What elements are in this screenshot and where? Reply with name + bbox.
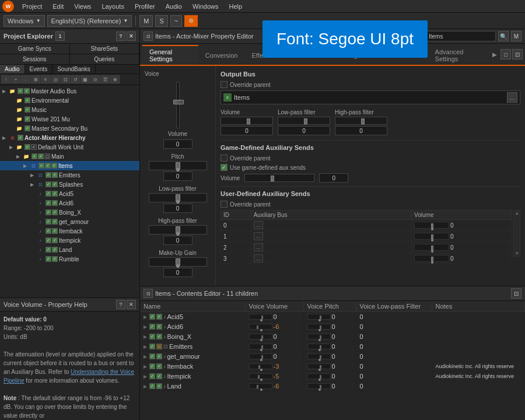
tab-more[interactable]: ▶ <box>489 49 501 60</box>
tree-btn-5[interactable]: ≡ <box>41 75 50 83</box>
output-volume-thumb[interactable] <box>247 118 250 124</box>
row-arrow[interactable]: ▶ <box>144 324 148 330</box>
tab-events[interactable]: Events <box>25 65 53 74</box>
mini-pitch-slider[interactable] <box>307 324 331 330</box>
aux-bus-btn-1[interactable]: ... <box>254 232 263 240</box>
override-parent-checkbox[interactable] <box>220 81 228 88</box>
output-lowpass-thumb[interactable] <box>304 118 307 124</box>
tab-conversion[interactable]: Conversion <box>198 48 245 61</box>
tree-master-audio-bus[interactable]: ▶ 📁 ✓ ✓ Master Audio Bus <box>0 86 139 96</box>
platform-dropdown[interactable]: Windows ▼ <box>4 15 45 27</box>
contents-expand-btn[interactable]: ⊡ <box>511 288 522 299</box>
lowpass-value[interactable]: 0 <box>163 204 192 213</box>
toolbar-btn-connect[interactable]: ⊕ <box>184 15 198 27</box>
menu-windows[interactable]: Windows <box>188 2 223 11</box>
bus-edit-btn[interactable]: ... <box>507 92 517 103</box>
game-aux-volume-value[interactable]: 0 <box>319 173 348 183</box>
tree-environmental[interactable]: 📁 ✓ Environmental <box>0 96 139 105</box>
row-cb-2[interactable]: ~ <box>156 344 162 349</box>
toolbar-btn-tilde[interactable]: ~ <box>170 15 182 27</box>
tree-items[interactable]: ▶ ⊡ ✓ ✓ ✓ Items <box>0 161 139 170</box>
row-cb-1[interactable]: ✓ <box>149 354 155 359</box>
mini-pitch-slider[interactable] <box>307 344 331 349</box>
tree-btn-4[interactable]: ⊞ <box>31 75 40 83</box>
row-arrow[interactable]: ▶ <box>144 314 148 320</box>
tree-itempick[interactable]: ♪ ✓ ✓ Itempick <box>0 236 139 245</box>
makeup-slider[interactable] <box>149 257 207 267</box>
tree-emitters[interactable]: ▶ ⊡ ✓ ✓ Emitters <box>0 170 139 180</box>
row-arrow[interactable]: ▶ <box>144 344 148 349</box>
pitch-slider[interactable] <box>149 161 207 170</box>
row-cb-2[interactable]: ✓ <box>156 373 162 379</box>
mini-slider[interactable] <box>249 373 272 379</box>
voice-fader-track[interactable] <box>176 82 180 128</box>
restore-btn[interactable]: ⊡ <box>512 49 523 60</box>
tab-sound-banks[interactable]: SoundBanks <box>52 65 96 74</box>
tree-actor-mixer[interactable]: ▶ ⊞ ✓ Actor-Mixer Hierarchy <box>0 133 139 142</box>
prop-extra-btn[interactable]: M <box>511 31 522 41</box>
mini-thumb[interactable] <box>258 365 260 369</box>
output-lowpass-value[interactable]: 0 <box>278 126 330 135</box>
row-cb-1[interactable]: ✓ <box>149 383 155 389</box>
row-cb-1[interactable]: ✓ <box>149 344 155 349</box>
tree-master-secondary[interactable]: 📁 ✓ Master Secondary Bu <box>0 124 139 133</box>
row-cb-2[interactable]: ✓ <box>156 354 162 359</box>
tree-acid6[interactable]: ♪ ✓ ✓ Acid6 <box>0 198 139 208</box>
row-cb-1[interactable]: ✓ <box>149 363 155 369</box>
menu-edit[interactable]: Edit <box>48 2 68 11</box>
tree-btn-9[interactable]: ▦ <box>80 75 90 83</box>
row-cb-2[interactable]: ✓ <box>156 363 162 369</box>
tree-btn-1[interactable]: ↑ <box>1 75 10 83</box>
mini-pitch-slider[interactable] <box>307 314 331 320</box>
mini-thumb[interactable] <box>258 375 260 379</box>
mini-pitch-slider[interactable] <box>307 373 331 379</box>
menu-layouts[interactable]: Layouts <box>97 2 129 11</box>
explorer-help-icon[interactable]: ? <box>116 32 125 41</box>
row-cb-2[interactable]: ✓ <box>156 383 162 389</box>
mini-thumb[interactable] <box>257 326 258 329</box>
tree-music[interactable]: 📁 ✓ Music <box>0 105 139 114</box>
use-game-defined-checkbox[interactable]: ✓ <box>220 164 228 171</box>
tree-acid5[interactable]: ♪ ✓ ✓ Acid5 <box>0 189 139 198</box>
tree-itemback[interactable]: ♪ ✓ ✓ Itemback <box>0 226 139 236</box>
output-lowpass-slider[interactable] <box>278 117 330 125</box>
toolbar-btn-m[interactable]: M <box>139 15 153 27</box>
aux-vol-slider-2[interactable] <box>414 244 449 251</box>
language-dropdown[interactable]: English(US) (Reference) ▼ <box>47 15 132 27</box>
lowpass-slider[interactable] <box>149 193 207 202</box>
expand-btn[interactable]: □ <box>501 49 511 60</box>
highpass-value[interactable]: 0 <box>163 236 192 245</box>
highpass-slider[interactable] <box>149 225 207 235</box>
row-arrow[interactable]: ▶ <box>144 384 148 389</box>
aux-vol-thumb-3[interactable] <box>431 257 433 261</box>
mini-pitch-slider[interactable] <box>307 383 331 389</box>
mini-slider[interactable] <box>249 314 272 320</box>
tree-btn-7[interactable]: ⊡ <box>61 75 70 83</box>
aux-vol-slider-3[interactable] <box>414 255 449 262</box>
pitch-value[interactable]: 0 <box>163 172 192 181</box>
row-arrow[interactable]: ▶ <box>144 334 148 340</box>
aux-vol-thumb-0[interactable] <box>431 223 433 228</box>
row-arrow[interactable]: ▶ <box>144 374 148 379</box>
aux-bus-btn-2[interactable]: ... <box>254 243 263 251</box>
mini-pitch-slider[interactable] <box>307 354 331 359</box>
aux-vol-thumb-1[interactable] <box>431 235 433 239</box>
output-highpass-slider[interactable] <box>335 117 387 125</box>
mini-slider[interactable] <box>249 354 272 359</box>
game-override-checkbox[interactable] <box>220 155 228 162</box>
game-aux-volume-thumb[interactable] <box>271 176 274 181</box>
makeup-value[interactable]: 0 <box>163 268 192 277</box>
tree-main[interactable]: ▶ 📁 ✓ ✓ □ Main <box>0 152 139 161</box>
tree-btn-3[interactable]: - <box>21 75 30 83</box>
tree-splashes[interactable]: ▶ ⊡ ✓ ✓ Splashes <box>0 180 139 189</box>
help-icon[interactable]: ? <box>116 300 125 309</box>
row-cb-2[interactable]: ✓ <box>156 314 162 320</box>
mini-slider[interactable] <box>249 363 272 369</box>
mini-slider[interactable] <box>249 344 272 349</box>
user-override-checkbox[interactable] <box>220 201 228 208</box>
aux-bus-btn-3[interactable]: ... <box>254 254 263 262</box>
mini-pitch-slider[interactable] <box>307 334 331 340</box>
aux-vol-slider-0[interactable] <box>414 222 449 229</box>
mini-slider[interactable] <box>249 334 272 340</box>
tab-audio[interactable]: Audio <box>0 65 25 74</box>
